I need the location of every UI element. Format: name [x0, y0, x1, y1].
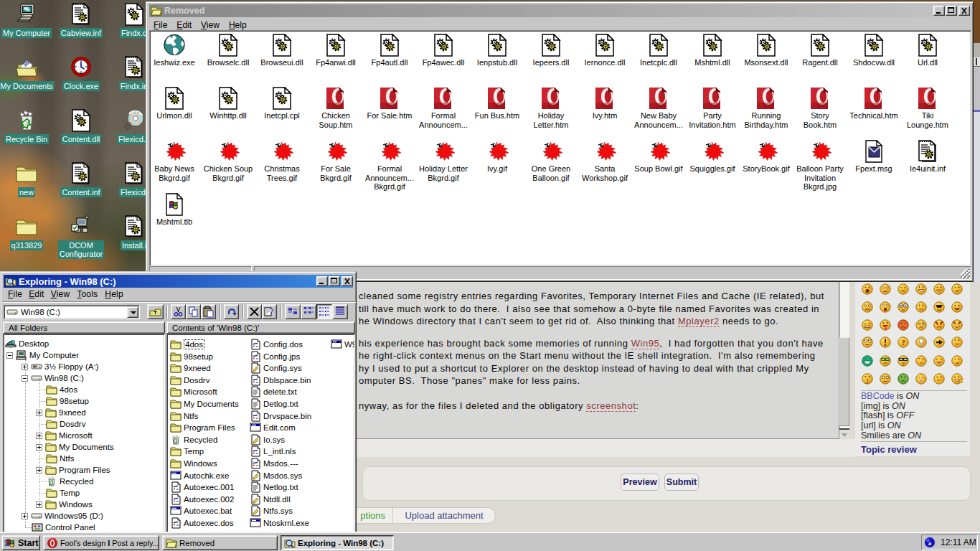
- svg-text:?: ?: [901, 338, 905, 347]
